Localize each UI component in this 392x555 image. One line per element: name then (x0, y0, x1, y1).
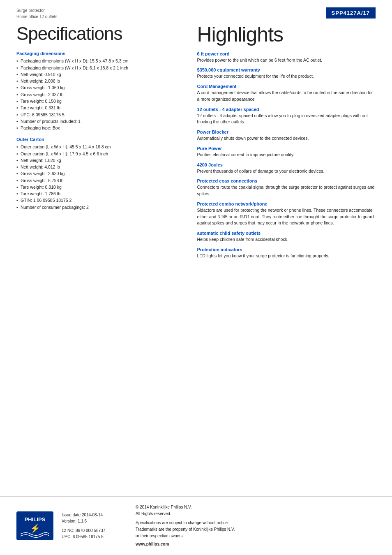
outer-carton-title: Outer Carton (16, 137, 181, 142)
highlight-item: $350,000 equipment warrantyProtects your… (197, 67, 376, 80)
nc: 12 NC: 8670 000 58737 (62, 528, 127, 533)
highlight-desc: Purifies electrical current to improve p… (197, 152, 376, 158)
upc: UPC: 6 09585 18175 5 (62, 534, 127, 539)
list-item: Tare weight: 0.331 lb (16, 104, 181, 111)
product-category: Surge protector (16, 7, 57, 14)
list-item: Tare weight: 0.810 kg (16, 184, 181, 190)
list-item: UPC: 6 09585 18175 5 (16, 111, 181, 118)
highlight-item: automatic child safety outletsHelps keep… (197, 231, 376, 243)
nc-label: 12 NC: (62, 528, 74, 533)
packaging-dimensions-title: Packaging dimensions (16, 51, 181, 56)
highlight-item: Cord ManagementA cord management device … (197, 84, 376, 103)
list-item: Nett weight: 2.006 lb (16, 78, 181, 84)
list-item: GTIN: 1 06 09585 18175 2 (16, 197, 181, 204)
issue-date-value: 2014-03-14 (82, 513, 103, 517)
highlight-desc: Helps keep children safe from accidental… (197, 236, 376, 243)
highlight-title: Power Blocker (197, 130, 376, 134)
highlight-title: automatic child safety outlets (197, 231, 376, 236)
outer-carton-list: Outer carton (L x W x H): 45.5 x 11.4 x … (16, 143, 181, 210)
list-item: Gross weight: 5.798 lb (16, 177, 181, 184)
copyright: © 2014 Koninklijke Philips N.V. (136, 504, 235, 511)
highlight-title: Pure Power (197, 146, 376, 151)
list-item: Outer carton (L x W x H): 45.5 x 11.4 x … (16, 143, 181, 150)
highlight-desc: A cord management device that allows the… (197, 90, 376, 103)
list-item: Nett weight: 1.820 kg (16, 157, 181, 164)
highlight-item: Pure PowerPurifies electrical current to… (197, 146, 376, 158)
highlight-title: Protection indicators (197, 247, 376, 252)
highlight-title: 4200 Joules (197, 162, 376, 167)
nc-value: 8670 000 58737 (76, 528, 105, 533)
highlight-desc: Protects your connected equipment for th… (197, 73, 376, 80)
note1: Specifications are subject to change wit… (136, 520, 235, 526)
model-number: SPP4127A/17 (326, 7, 376, 18)
highlight-desc: Automatically shuts down power to the co… (197, 135, 376, 142)
list-item: Packaging dimensions (W x H x D): 15.5 x… (16, 58, 181, 64)
highlight-item: 4200 JoulesPrevent thousands of dollars … (197, 162, 376, 175)
list-item: Gross weight: 1.060 kg (16, 84, 181, 91)
footer: PHILIPS ⚡ Issue date 2014-03-14 Version:… (0, 496, 392, 555)
svg-text:⚡: ⚡ (30, 523, 40, 533)
highlight-title: Protected combo network/phone (197, 201, 376, 206)
issue-date-label: Issue date (62, 513, 82, 517)
list-item: Outer carton (L x W x H): 17.9 x 4.5 x 6… (16, 150, 181, 157)
highlight-title: 6 ft power cord (197, 51, 376, 56)
highlight-item: Protected coax connectionsConnectors rou… (197, 178, 376, 197)
highlight-title: Cord Management (197, 84, 376, 89)
highlight-desc: Connectors route the coaxial signal thro… (197, 184, 376, 197)
version: Version: 1.1.6 (62, 519, 127, 523)
highlight-item: 6 ft power cordProvides power to the uni… (197, 51, 376, 64)
specifications-column: Specifications Packaging dimensions Pack… (16, 24, 189, 264)
highlights-title: Highlights (197, 24, 376, 46)
page: Surge protector Home office 12 outlets S… (0, 0, 392, 555)
list-item: Packaging dimensions (W x H x D): 6.1 x … (16, 65, 181, 71)
list-item: Tare weight: 1.786 lb (16, 190, 181, 197)
page-title: Specifications (16, 24, 181, 44)
version-value: 1.1.6 (78, 519, 87, 523)
list-item: Nett weight: 4.012 lb (16, 164, 181, 170)
main-content: Specifications Packaging dimensions Pack… (0, 20, 392, 264)
highlights-column: Highlights 6 ft power cordProvides power… (189, 24, 376, 264)
highlight-title: $350,000 equipment warranty (197, 67, 376, 72)
product-subtitle: Home office 12 outlets (16, 14, 57, 20)
highlight-desc: Prevent thousands of dollars of damage t… (197, 168, 376, 175)
footer-right: © 2014 Koninklijke Philips N.V. All Righ… (136, 504, 235, 548)
highlight-item: 12 outlets - 4 adapter spaced12 outlets … (197, 107, 376, 126)
svg-text:PHILIPS: PHILIPS (25, 516, 46, 523)
issue-date: Issue date 2014-03-14 (62, 513, 127, 517)
list-item: Nett weight: 0.910 kg (16, 71, 181, 78)
header-left: Surge protector Home office 12 outlets (16, 7, 57, 20)
upc-label: UPC: (62, 534, 71, 539)
highlight-item: Power BlockerAutomatically shuts down po… (197, 130, 376, 142)
rights: All Rights reserved. (136, 511, 235, 517)
list-item: Gross weight: 2.630 kg (16, 170, 181, 177)
note3: or their respective owners. (136, 533, 235, 539)
highlight-item: Protection indicatorsLED lights let you … (197, 247, 376, 259)
list-item: Gross weight: 2.337 lb (16, 91, 181, 98)
footer-middle: Issue date 2014-03-14 Version: 1.1.6 12 … (62, 513, 127, 539)
list-item: Packaging type: Box (16, 125, 181, 131)
version-label: Version: (62, 519, 76, 523)
highlight-desc: Provides power to the unit which can be … (197, 57, 376, 64)
highlight-title: 12 outlets - 4 adapter spaced (197, 107, 376, 112)
philips-logo: PHILIPS ⚡ (16, 511, 53, 540)
highlight-desc: 12 outlets - 4 adapter spaced outlets al… (197, 113, 376, 126)
list-item: Number of products included: 1 (16, 118, 181, 125)
note2: Trademarks are the property of Koninklij… (136, 526, 235, 533)
list-item: Tare weight: 0.150 kg (16, 98, 181, 104)
list-item: Number of consumer packagings: 2 (16, 204, 181, 210)
header: Surge protector Home office 12 outlets S… (0, 0, 392, 20)
packaging-dimensions-list: Packaging dimensions (W x H x D): 15.5 x… (16, 58, 181, 131)
upc-value: 6 09585 18175 5 (73, 534, 104, 539)
highlight-desc: Sidactors are used for protecting the ne… (197, 207, 376, 227)
highlight-item: Protected combo network/phoneSidactors a… (197, 201, 376, 227)
highlight-desc: LED lights let you know if your surge pr… (197, 253, 376, 259)
website: www.philips.com (136, 541, 235, 548)
highlight-title: Protected coax connections (197, 178, 376, 183)
